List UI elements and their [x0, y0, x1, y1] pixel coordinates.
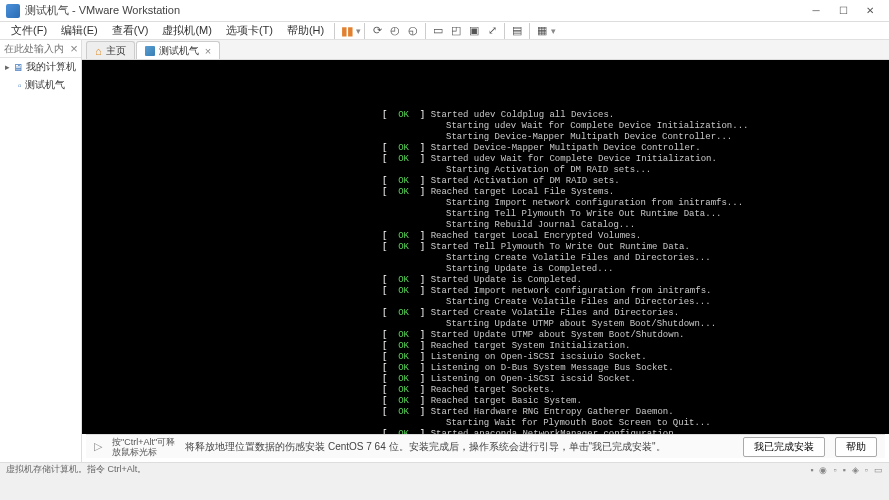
console-line: [ OK ] Listening on Open-iSCSI iscsid So… — [382, 374, 889, 385]
console-line: [ OK ] Started Hardware RNG Entropy Gath… — [382, 407, 889, 418]
console-line: [ OK ] Started anaconda NetworkManager c… — [382, 429, 889, 434]
menu-file[interactable]: 文件(F) — [4, 22, 54, 39]
snapshot-manager-icon[interactable]: ◵ — [404, 22, 422, 40]
console-line: Starting Wait for Plymouth Boot Screen t… — [382, 418, 889, 429]
vm-tab-icon — [145, 46, 155, 56]
window-titlebar: 测试机气 - VMware Workstation ─ ☐ ✕ — [0, 0, 889, 22]
install-hint-text: 将释放地理位置数据的伤感安装 CentOS 7 64 位。安装完成后，操作系统会… — [185, 440, 733, 454]
console-line: [ OK ] Reached target Local File Systems… — [382, 187, 889, 198]
device-hdd-icon[interactable]: ▪ — [810, 465, 813, 475]
tab-close-icon[interactable]: × — [205, 45, 211, 57]
home-icon: ⌂ — [95, 45, 102, 57]
console-line: Starting Activation of DM RAID sets... — [382, 165, 889, 176]
send-ctrl-alt-del-icon[interactable]: ⟳ — [368, 22, 386, 40]
console-line: [ OK ] Started Create Volatile Files and… — [382, 308, 889, 319]
sidebar-vm-item[interactable]: ▫ 测试机气 — [0, 76, 81, 94]
device-net-icon[interactable]: ▫ — [833, 465, 836, 475]
fullscreen-icon[interactable]: ▭ — [429, 22, 447, 40]
console-line: [ OK ] Listening on Open-iSCSI iscsiuio … — [382, 352, 889, 363]
console-line: Starting Tell Plymouth To Write Out Runt… — [382, 209, 889, 220]
maximize-button[interactable]: ☐ — [830, 3, 856, 19]
device-display-icon[interactable]: ▭ — [874, 465, 883, 475]
tab-vm-label: 测试机气 — [159, 44, 199, 58]
clear-search-icon[interactable]: × — [67, 42, 81, 56]
done-install-button[interactable]: 我已完成安装 — [743, 437, 825, 457]
tab-home[interactable]: ⌂ 主页 — [86, 41, 135, 59]
stretch-icon[interactable]: ⤢ — [483, 22, 501, 40]
console-line: [ OK ] Started Tell Plymouth To Write Ou… — [382, 242, 889, 253]
console-line: Starting Rebuild Journal Catalog... — [382, 220, 889, 231]
pause-icon[interactable]: ▮▮ — [338, 22, 356, 40]
menu-view[interactable]: 查看(V) — [105, 22, 156, 39]
unity-icon[interactable]: ◰ — [447, 22, 465, 40]
minimize-button[interactable]: ─ — [803, 3, 829, 19]
console-line: Starting udev Wait for Complete Device I… — [382, 121, 889, 132]
console-line: [ OK ] Reached target Local Encrypted Vo… — [382, 231, 889, 242]
console-line: [ OK ] Reached target Sockets. — [382, 385, 889, 396]
sidebar: × ▸ 🖥 我的计算机 ▫ 测试机气 — [0, 40, 82, 462]
menu-edit[interactable]: 编辑(E) — [54, 22, 105, 39]
vm-console[interactable]: [ OK ] Started udev Coldplug all Devices… — [82, 60, 889, 434]
console-line: Starting Update is Completed... — [382, 264, 889, 275]
search-input[interactable] — [0, 43, 67, 54]
console-line: [ OK ] Started Update UTMP about System … — [382, 330, 889, 341]
console-line: [ OK ] Started Activation of DM RAID set… — [382, 176, 889, 187]
console-line: [ OK ] Listening on D-Bus System Message… — [382, 363, 889, 374]
status-text: 虚拟机存储计算机。指令 Ctrl+Alt。 — [6, 463, 146, 476]
console-line: [ OK ] Started Device-Mapper Multipath D… — [382, 143, 889, 154]
console-line: [ OK ] Started udev Coldplug all Devices… — [382, 110, 889, 121]
computer-icon: 🖥 — [13, 62, 23, 73]
console-line: Starting Update UTMP about System Boot/S… — [382, 319, 889, 330]
console-line: [ OK ] Started udev Wait for Complete De… — [382, 154, 889, 165]
device-usb-icon[interactable]: ▪ — [843, 465, 846, 475]
install-hint-bar: ▷ 按"Ctrl+Alt"可释 放鼠标光标 将释放地理位置数据的伤感安装 Cen… — [86, 434, 885, 458]
library-root[interactable]: ▸ 🖥 我的计算机 — [0, 58, 81, 76]
menu-tabs[interactable]: 选项卡(T) — [219, 22, 280, 39]
key-hint-line2: 放鼠标光标 — [112, 447, 175, 457]
library-root-label: 我的计算机 — [26, 60, 76, 74]
tab-strip: ⌂ 主页 测试机气 × — [82, 40, 889, 60]
window-title: 测试机气 - VMware Workstation — [25, 3, 803, 18]
app-icon — [6, 4, 20, 18]
menubar: 文件(F) 编辑(E) 查看(V) 虚拟机(M) 选项卡(T) 帮助(H) ▮▮… — [0, 22, 889, 40]
close-button[interactable]: ✕ — [857, 3, 883, 19]
sidebar-vm-label: 测试机气 — [25, 78, 65, 92]
tab-vm[interactable]: 测试机气 × — [136, 41, 220, 59]
console-line: [ OK ] Reached target System Initializat… — [382, 341, 889, 352]
tab-home-label: 主页 — [106, 44, 126, 58]
help-button[interactable]: 帮助 — [835, 437, 877, 457]
vm-tree-icon: ▫ — [18, 80, 22, 91]
device-printer-icon[interactable]: ▫ — [865, 465, 868, 475]
thumbnail-icon[interactable]: ▦ — [533, 22, 551, 40]
device-sound-icon[interactable]: ◈ — [852, 465, 859, 475]
console-line: [ OK ] Reached target Basic System. — [382, 396, 889, 407]
console-line: [ OK ] Started Update is Completed. — [382, 275, 889, 286]
console-view-icon[interactable]: ▣ — [465, 22, 483, 40]
console-line: Starting Create Volatile Files and Direc… — [382, 253, 889, 264]
menu-help[interactable]: 帮助(H) — [280, 22, 331, 39]
snapshot-icon[interactable]: ◴ — [386, 22, 404, 40]
console-line: [ OK ] Started Import network configurat… — [382, 286, 889, 297]
key-hint-line1: 按"Ctrl+Alt"可释 — [112, 437, 175, 447]
console-line: Starting Device-Mapper Multipath Device … — [382, 132, 889, 143]
console-line: Starting Import network configuration fr… — [382, 198, 889, 209]
console-line: Starting Create Volatile Files and Direc… — [382, 297, 889, 308]
info-icon: ▷ — [94, 440, 102, 453]
statusbar: 虚拟机存储计算机。指令 Ctrl+Alt。 ▪ ◉ ▫ ▪ ◈ ▫ ▭ — [0, 462, 889, 476]
device-cd-icon[interactable]: ◉ — [819, 465, 827, 475]
menu-vm[interactable]: 虚拟机(M) — [155, 22, 219, 39]
library-toggle-icon[interactable]: ▤ — [508, 22, 526, 40]
